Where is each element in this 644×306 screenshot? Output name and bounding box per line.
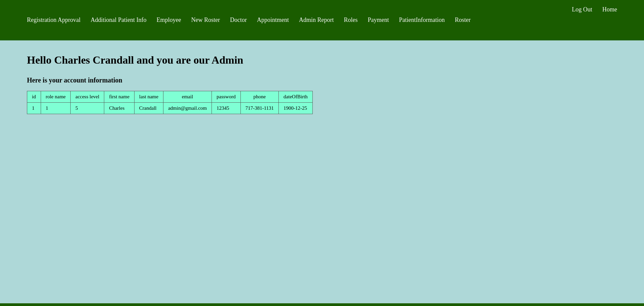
main-content: Hello Charles Crandall and you are our A… [0, 40, 644, 128]
table-header-cell: role name [41, 91, 71, 103]
additional-patient-info-link[interactable]: Additional Patient Info [90, 16, 146, 24]
payment-link[interactable]: Payment [368, 16, 389, 24]
table-cell: 1 [27, 103, 41, 114]
table-body: 115CharlesCrandalladmin@gmail.com1234571… [27, 103, 313, 114]
bottom-bar [0, 303, 644, 306]
table-header-cell: id [27, 91, 41, 103]
table-header-cell: password [212, 91, 240, 103]
appointment-link[interactable]: Appointment [257, 16, 289, 24]
table-header-cell: email [163, 91, 212, 103]
table-cell: admin@gmail.com [163, 103, 212, 114]
logout-link[interactable]: Log Out [572, 6, 593, 13]
table-cell: 1900-12-25 [279, 103, 313, 114]
patient-information-link[interactable]: PatientInformation [399, 16, 445, 24]
roles-link[interactable]: Roles [344, 16, 357, 24]
nav-main-row: Registration ApprovalAdditional Patient … [27, 16, 617, 24]
registration-approval-link[interactable]: Registration Approval [27, 16, 80, 24]
admin-report-link[interactable]: Admin Report [299, 16, 334, 24]
new-roster-link[interactable]: New Roster [191, 16, 220, 24]
doctor-link[interactable]: Doctor [230, 16, 247, 24]
account-info-label: Here is your account information [27, 76, 617, 84]
table-header-cell: last name [134, 91, 163, 103]
table-cell: 12345 [212, 103, 240, 114]
table-cell: 5 [71, 103, 104, 114]
home-link[interactable]: Home [602, 6, 617, 13]
table-row: 115CharlesCrandalladmin@gmail.com1234571… [27, 103, 313, 114]
table-header-cell: dateOfBirth [279, 91, 313, 103]
table-header: idrole nameaccess levelfirst namelast na… [27, 91, 313, 103]
table-cell: Crandall [134, 103, 163, 114]
table-header-cell: first name [104, 91, 134, 103]
table-header-cell: access level [71, 91, 104, 103]
employee-link[interactable]: Employee [156, 16, 181, 24]
table-cell: 717-381-1131 [240, 103, 278, 114]
roster-link[interactable]: Roster [455, 16, 470, 24]
greeting-heading: Hello Charles Crandall and you are our A… [27, 54, 617, 66]
table-header-cell: phone [240, 91, 278, 103]
navigation: Log OutHome Registration ApprovalAdditio… [0, 0, 644, 40]
table-cell: 1 [41, 103, 71, 114]
nav-top-row: Log OutHome [27, 3, 617, 16]
table-cell: Charles [104, 103, 134, 114]
account-info-table: idrole nameaccess levelfirst namelast na… [27, 91, 313, 114]
table-header-row: idrole nameaccess levelfirst namelast na… [27, 91, 313, 103]
